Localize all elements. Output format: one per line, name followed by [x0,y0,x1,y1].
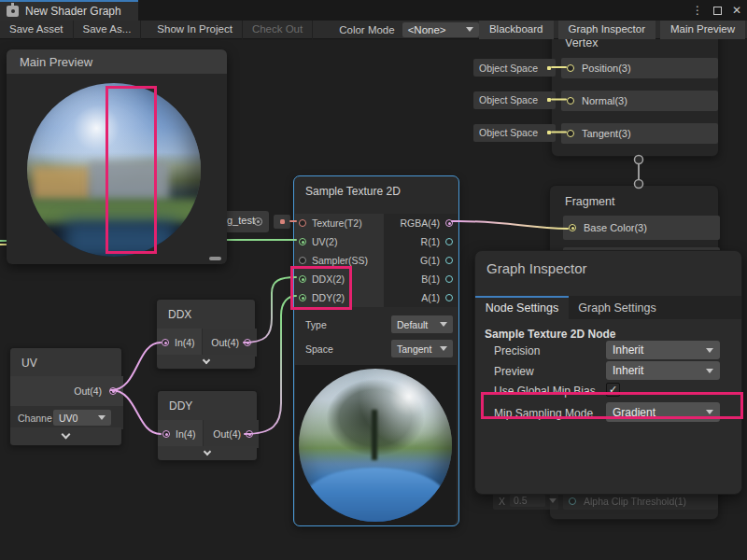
tangent-port[interactable] [567,130,574,137]
input-row-uv: UV(2) [295,232,384,251]
ddx-out-label: Out(4) [211,337,239,348]
tab-node-settings[interactable]: Node Settings [475,296,569,319]
chevron-down-icon [98,415,106,420]
main-preview-sphere [27,83,201,257]
graph-inspector-panel[interactable]: Graph Inspector Node Settings Graph Sett… [474,250,742,495]
ddx-node[interactable]: DDX In(4) Out(4) [156,299,256,370]
ddy-collapse-button[interactable] [158,446,257,460]
output-row-r: R(1) [384,232,458,251]
blackboard-toggle[interactable]: Blackboard [479,21,554,39]
ddx-out-box: Out(4) [203,329,257,357]
alpha-value-field[interactable]: 0.5 [510,495,545,507]
uv-node-title: UV [10,348,121,377]
ddy-input-port[interactable] [299,294,306,301]
chevron-down-icon [204,447,211,455]
ddy-out-label: Out(4) [213,428,241,440]
show-in-project-button[interactable]: Show In Project [148,21,243,39]
object-space-pill-3[interactable]: Object Space [473,124,556,142]
tab-graph-settings[interactable]: Graph Settings [569,296,666,319]
uv-node[interactable]: UV Out(4) Channe UV0 [9,347,122,446]
sample-node-preview [295,365,457,525]
type-dropdown[interactable]: Default [391,315,453,333]
space-dropdown[interactable]: Tangent [391,340,453,357]
inspector-tabs: Node Settings Graph Settings [475,296,741,319]
uv-channel-dropdown[interactable]: UV0 [53,410,111,426]
object-space-label-1: Object Space [479,63,538,74]
tree-trunk-reflection [372,410,377,460]
chevron-down-icon [62,430,71,440]
a-output-port[interactable] [445,294,453,301]
uv-out-port[interactable] [109,387,117,395]
ddx-input-port[interactable] [299,275,306,283]
check-icon: ✓ [609,384,617,396]
object-space-pill-1[interactable]: Object Space [473,59,556,77]
ddy-node-title: DDY [158,391,257,420]
ddx-out-port[interactable] [244,339,251,346]
b-output-label: B(1) [421,273,440,285]
vertex-node-title: Vertex [565,39,598,49]
base-color-port[interactable] [569,224,576,231]
uv-channel-row: Channe UV0 [10,406,123,429]
chevron-down-icon [466,27,473,32]
precision-dropdown[interactable]: Inherit [606,341,720,359]
resize-handle[interactable] [209,257,221,260]
main-preview-panel[interactable]: Main Preview [7,49,227,264]
input-row-sampler: Sampler(SS) [295,251,384,270]
r-output-port[interactable] [445,238,453,245]
window-menu-icon[interactable]: ⋮ [692,2,703,19]
rgba-output-label: RGBA(4) [400,217,440,229]
toolbar: Save Asset Save As... Show In Project Ch… [0,21,747,39]
sampler-input-port[interactable] [299,257,306,264]
g-output-port[interactable] [445,257,453,264]
texture-input-port[interactable] [299,219,306,227]
mip-bias-checkbox[interactable]: ✓ [606,383,620,397]
graph-canvas[interactable]: Vertex Position(3) Normal(3) Tangent(3) … [0,39,747,560]
ddy-out-port[interactable] [246,430,253,438]
uv-input-port[interactable] [299,238,306,245]
normal-port[interactable] [567,97,574,105]
ddx-collapse-button[interactable] [157,355,255,369]
house-reflection-middle [89,161,169,203]
ddy-in-box: In(4) [158,420,203,448]
window-controls: ⋮ ✕ [692,2,741,19]
alpha-clip-port[interactable] [569,497,576,505]
ddy-out-box: Out(4) [204,420,259,448]
vertex-row-tangent: Tangent(3) [561,123,718,144]
preview-dropdown[interactable]: Inherit [606,361,720,380]
exposed-property-icon [254,217,262,226]
rgba-output-port[interactable] [445,219,453,227]
object-space-pill-2[interactable]: Object Space [473,91,556,109]
property-pill-output-stub[interactable] [274,215,290,229]
window-maximize-icon[interactable] [713,7,722,15]
mip-mode-label: Mip Sampling Mode [494,407,593,420]
main-preview-toggle[interactable]: Main Preview [660,21,745,39]
color-mode-dropdown[interactable]: <None> [402,22,479,37]
base-color-row: Base Color(3) [563,216,720,240]
output-row-a: A(1) [384,288,458,307]
window-close-icon[interactable]: ✕ [732,2,741,19]
type-value: Default [397,319,428,330]
chevron-down-icon [202,356,209,363]
ddy-node[interactable]: DDY In(4) Out(4) [157,390,258,461]
uv-out-label: Out(4) [74,385,102,397]
space-value: Tangent [397,343,431,355]
ddy-in-port[interactable] [162,430,170,438]
graph-inspector-toggle[interactable]: Graph Inspector [558,21,655,39]
output-row-b: B(1) [384,270,458,288]
save-as-button[interactable]: Save As... [74,21,142,39]
position-port[interactable] [567,64,574,72]
save-asset-button[interactable]: Save Asset [0,21,74,39]
inspector-section-title: Sample Texture 2D Node [485,328,615,341]
ddx-in-port[interactable] [162,339,169,346]
vertex-node[interactable]: Vertex Position(3) Normal(3) Tangent(3) [551,39,719,157]
sample-texture-2d-node[interactable]: Sample Texture 2D Texture(T2) UV(2) Samp… [293,175,459,526]
property-pill-label: g_test [227,215,255,226]
pool-reflection [304,468,446,522]
space-label: Space [305,343,333,355]
tab-title: New Shader Graph [25,5,121,18]
mip-mode-dropdown[interactable]: Gradient [606,402,720,422]
sample-outputs-column: RGBA(4) R(1) G(1) B(1) A(1) [384,214,458,307]
uv-collapse-button[interactable] [10,427,121,445]
tab-new-shader-graph[interactable]: New Shader Graph [0,0,138,21]
b-output-port[interactable] [445,275,453,283]
